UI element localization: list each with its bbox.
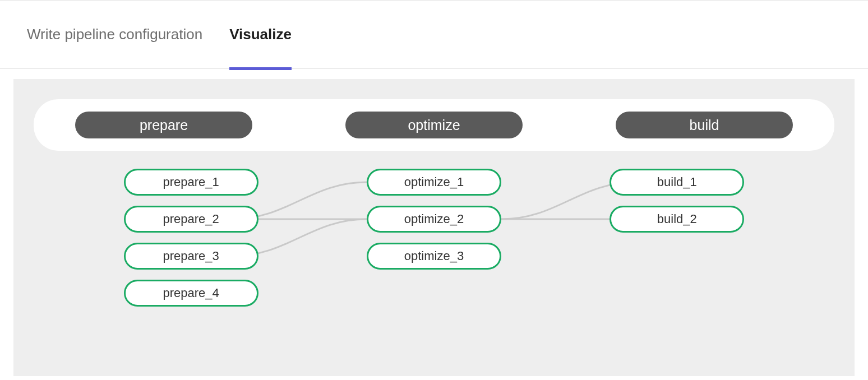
job-prepare-4[interactable]: prepare_4	[124, 280, 258, 307]
tab-visualize[interactable]: Visualize	[229, 1, 292, 68]
job-build-2[interactable]: build_2	[610, 206, 744, 233]
job-optimize-3[interactable]: optimize_3	[367, 243, 501, 270]
job-columns: prepare_1 prepare_2 prepare_3 prepare_4 …	[13, 169, 855, 376]
tab-bar: Write pipeline configuration Visualize	[0, 1, 868, 69]
stage-column-build: build_1 build_2	[556, 169, 798, 376]
job-optimize-2[interactable]: optimize_2	[367, 206, 501, 233]
job-prepare-1[interactable]: prepare_1	[124, 169, 258, 196]
stage-header-optimize: optimize	[345, 112, 523, 138]
tab-write-pipeline-configuration[interactable]: Write pipeline configuration	[27, 1, 202, 68]
job-prepare-2[interactable]: prepare_2	[124, 206, 258, 233]
job-build-1[interactable]: build_1	[610, 169, 744, 196]
stage-header-prepare: prepare	[75, 112, 252, 138]
stage-column-optimize: optimize_1 optimize_2 optimize_3	[312, 169, 555, 376]
job-prepare-3[interactable]: prepare_3	[124, 243, 258, 270]
stage-header-bar: prepare optimize build	[34, 99, 834, 151]
stage-header-build: build	[616, 112, 793, 138]
stage-column-prepare: prepare_1 prepare_2 prepare_3 prepare_4	[70, 169, 312, 376]
pipeline-visualization-canvas: prepare optimize build prepare_1 prepare…	[13, 79, 855, 376]
job-optimize-1[interactable]: optimize_1	[367, 169, 501, 196]
